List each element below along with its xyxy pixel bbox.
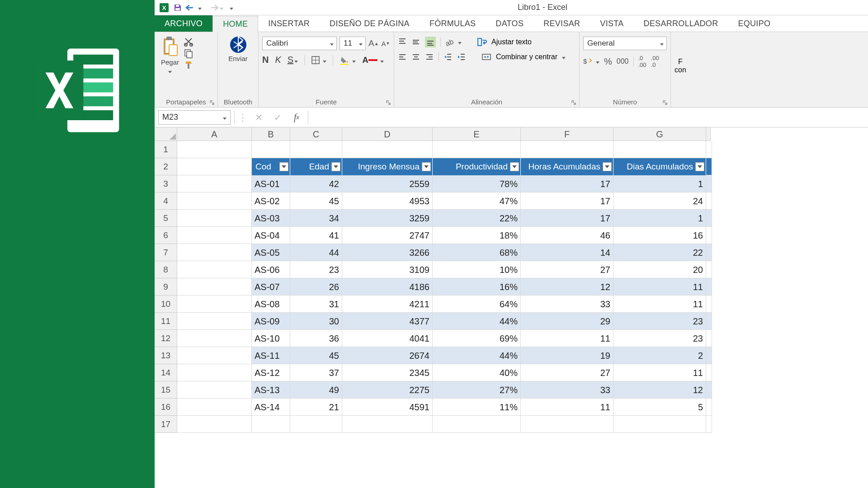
cell[interactable]: 68% xyxy=(433,244,521,261)
qat-customize-icon[interactable] xyxy=(230,4,233,11)
tab-desarrollador[interactable]: DESARROLLADOR xyxy=(634,15,728,32)
cell[interactable]: 27% xyxy=(433,381,521,399)
align-middle-icon[interactable] xyxy=(411,38,420,47)
cell[interactable] xyxy=(706,364,712,381)
merge-center-label[interactable]: Combinar y centrar xyxy=(496,53,557,61)
cell[interactable] xyxy=(433,141,521,158)
undo-dropdown-icon[interactable] xyxy=(198,4,202,11)
cell[interactable]: 36 xyxy=(290,330,342,347)
row-header-8[interactable]: 8 xyxy=(155,261,177,278)
col-header-A[interactable]: A xyxy=(177,127,252,141)
col-header-E[interactable]: E xyxy=(433,127,521,141)
cell[interactable]: 47% xyxy=(433,192,521,210)
cell[interactable]: 20 xyxy=(613,261,706,278)
cell[interactable] xyxy=(706,175,712,192)
cell[interactable]: AS-01 xyxy=(252,175,290,192)
cell[interactable]: 23 xyxy=(613,313,706,330)
cell[interactable]: 4186 xyxy=(342,278,433,296)
row-header-16[interactable]: 16 xyxy=(155,399,177,416)
align-center-icon[interactable] xyxy=(411,52,420,61)
cell[interactable] xyxy=(177,261,252,278)
cell[interactable]: 22% xyxy=(433,210,521,227)
cell[interactable]: 27 xyxy=(521,261,613,278)
cell[interactable]: 11 xyxy=(613,278,706,296)
cell[interactable]: AS-08 xyxy=(252,296,290,313)
cell[interactable]: 2345 xyxy=(342,364,433,381)
row-header-2[interactable]: 2 xyxy=(155,158,177,175)
row-header-14[interactable]: 14 xyxy=(155,364,177,381)
cell[interactable]: 16% xyxy=(433,278,521,296)
cell[interactable]: 42 xyxy=(290,175,342,192)
cell[interactable] xyxy=(706,278,712,296)
align-left-icon[interactable] xyxy=(398,52,407,61)
cell[interactable] xyxy=(252,416,290,433)
tab-file[interactable]: ARCHIVO xyxy=(155,15,212,32)
select-all-corner[interactable] xyxy=(155,127,177,141)
decrease-font-icon[interactable]: A▼ xyxy=(382,40,390,47)
cell[interactable]: 18% xyxy=(433,227,521,244)
borders-icon[interactable] xyxy=(311,55,326,65)
insert-function-icon[interactable]: fx xyxy=(289,111,304,124)
alignment-launcher-icon[interactable] xyxy=(571,99,577,105)
table-header[interactable]: Horas Acumuladas xyxy=(521,158,613,175)
cell[interactable] xyxy=(177,313,252,330)
table-header[interactable]: Cod xyxy=(252,158,290,175)
cell[interactable]: 5 xyxy=(613,399,706,416)
save-icon[interactable] xyxy=(171,2,184,14)
bluetooth-send-button[interactable]: Enviar xyxy=(226,35,250,63)
cell[interactable]: 14 xyxy=(521,244,613,261)
cell[interactable]: 45 xyxy=(290,347,342,364)
italic-button[interactable]: K xyxy=(275,55,281,65)
cell[interactable] xyxy=(342,416,433,433)
copy-icon[interactable] xyxy=(184,48,193,58)
cell[interactable] xyxy=(177,399,252,416)
underline-button[interactable]: S xyxy=(288,55,298,65)
cell[interactable]: 17 xyxy=(521,192,613,210)
cell[interactable]: 4041 xyxy=(342,330,433,347)
cell[interactable]: 4953 xyxy=(342,192,433,210)
cell[interactable] xyxy=(706,296,712,313)
align-top-icon[interactable] xyxy=(398,38,407,47)
cell[interactable]: AS-12 xyxy=(252,364,290,381)
redo-icon[interactable] xyxy=(206,2,220,14)
tab-diseño-de-página[interactable]: DISEÑO DE PÁGINA xyxy=(320,15,420,32)
cell[interactable]: 64% xyxy=(433,296,521,313)
cell[interactable] xyxy=(290,416,342,433)
wrap-text-label[interactable]: Ajustar texto xyxy=(491,38,532,46)
accounting-format-icon[interactable]: $ xyxy=(583,57,599,66)
cell[interactable] xyxy=(177,416,252,433)
formula-input[interactable] xyxy=(308,111,864,124)
cut-icon[interactable] xyxy=(184,37,193,47)
cell[interactable] xyxy=(706,261,712,278)
cell[interactable]: 44% xyxy=(433,313,521,330)
cell[interactable] xyxy=(706,141,712,158)
cell[interactable]: AS-07 xyxy=(252,278,290,296)
cell[interactable]: 44% xyxy=(433,347,521,364)
decrease-decimal-icon[interactable]: .00.0 xyxy=(651,55,659,68)
cell[interactable]: 11% xyxy=(433,399,521,416)
number-launcher-icon[interactable] xyxy=(662,99,669,105)
row-header-3[interactable]: 3 xyxy=(155,175,177,192)
cell[interactable]: 2747 xyxy=(342,227,433,244)
cell[interactable] xyxy=(177,347,252,364)
cell[interactable]: 30 xyxy=(290,313,342,330)
undo-icon[interactable] xyxy=(184,2,198,14)
align-right-icon[interactable] xyxy=(425,52,434,61)
cell[interactable]: 12 xyxy=(613,381,706,399)
cell[interactable]: 29 xyxy=(521,313,613,330)
cell[interactable] xyxy=(252,141,290,158)
cell[interactable] xyxy=(521,416,613,433)
cell[interactable] xyxy=(177,227,252,244)
merge-center-icon[interactable] xyxy=(481,52,491,61)
table-header[interactable]: Productividad xyxy=(433,158,521,175)
row-header-10[interactable]: 10 xyxy=(155,296,177,313)
cell[interactable]: 4211 xyxy=(342,296,433,313)
cell[interactable]: 3259 xyxy=(342,210,433,227)
cell[interactable]: 69% xyxy=(433,330,521,347)
cell[interactable]: 11 xyxy=(521,399,613,416)
cell[interactable] xyxy=(706,381,712,399)
format-painter-icon[interactable] xyxy=(184,60,193,70)
cell[interactable] xyxy=(177,330,252,347)
cell[interactable]: 3109 xyxy=(342,261,433,278)
cell[interactable]: AS-11 xyxy=(252,347,290,364)
